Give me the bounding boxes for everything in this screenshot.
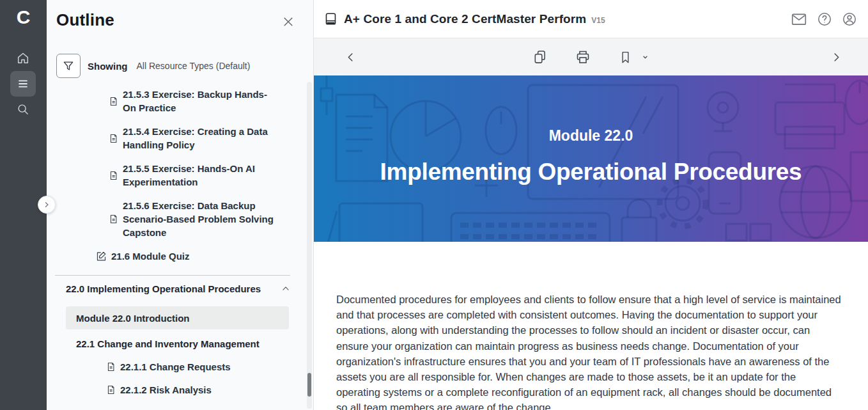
account-icon (842, 12, 857, 27)
outline-item[interactable]: 21.5.3 Exercise: Backup Hands-On Practic… (109, 88, 280, 114)
chevron-right-icon (43, 201, 50, 209)
close-outline-button[interactable] (282, 15, 296, 29)
outline-item-label: Module 22.0 Introduction (76, 313, 190, 324)
outline-item[interactable]: 22.1.1 Change Requests (106, 361, 304, 372)
outline-item[interactable]: 21.5.4 Exercise: Creating a Data Handlin… (109, 125, 280, 152)
outline-item-label: 21.5.3 Exercise: Backup Hands-On Practic… (123, 88, 275, 114)
messages-button[interactable] (791, 12, 807, 27)
collapse-panel-button[interactable] (38, 196, 56, 214)
chevron-left-icon (345, 51, 357, 63)
outline-item-label: 21.6 Module Quiz (111, 251, 190, 262)
copy-button[interactable] (532, 49, 547, 65)
chevron-right-icon (830, 51, 842, 63)
main-area: A+ Core 1 and Core 2 CertMaster Perform … (314, 0, 868, 410)
home-button[interactable] (10, 45, 36, 71)
outline-scrollbar[interactable] (307, 82, 312, 409)
help-icon (817, 12, 832, 27)
showing-label: Showing (88, 61, 128, 72)
caret-down-icon (640, 52, 650, 62)
filter-value: All Resource Types (Default) (137, 61, 251, 71)
outline-item-selected[interactable]: Module 22.0 Introduction (66, 306, 289, 329)
outline-list: 21.5.3 Exercise: Backup Hands-On Practic… (47, 83, 304, 410)
filter-button[interactable] (56, 54, 81, 78)
document-icon (106, 385, 116, 395)
help-button[interactable] (817, 12, 832, 27)
outline-item-quiz[interactable]: 21.6 Module Quiz (96, 251, 304, 262)
outline-menu-button[interactable] (10, 71, 36, 97)
outline-subsection[interactable]: 22.1 Change and Inventory Management (76, 338, 304, 349)
print-icon (575, 49, 591, 65)
outline-item-label: 21.5.5 Exercise: Hands-On AI Experimenta… (123, 162, 275, 189)
outline-item-label: 21.5.4 Exercise: Creating a Data Handlin… (123, 125, 275, 152)
document-icon (109, 171, 118, 180)
menu-icon (16, 77, 30, 91)
header-actions (791, 0, 857, 38)
outline-title: Outline (56, 10, 114, 30)
toolbar-center (532, 49, 650, 65)
course-book-icon (324, 12, 337, 26)
bookmark-menu-button[interactable] (640, 52, 650, 62)
bookmark-group (619, 50, 650, 65)
outline-item-label: 21.5.6 Exercise: Data Backup Scenario-Ba… (123, 199, 275, 239)
outline-item-label: 22.1 Change and Inventory Management (76, 338, 260, 349)
next-page-button[interactable] (830, 51, 842, 63)
funnel-icon (62, 59, 75, 72)
outline-item[interactable]: 22.1.2 Risk Analysis (106, 384, 304, 395)
document-icon (106, 362, 116, 372)
module-number: Module 22.0 (314, 127, 868, 145)
outline-panel: Outline Showing All Resource Types (Defa… (47, 0, 314, 410)
bookmark-icon (619, 50, 632, 65)
outline-scrollbar-thumb[interactable] (307, 373, 311, 397)
search-button[interactable] (10, 97, 36, 122)
course-title: A+ Core 1 and Core 2 CertMaster Perform (344, 12, 586, 26)
copy-icon (532, 49, 547, 65)
close-icon (282, 15, 296, 28)
lesson-content: Documented procedures for employees and … (314, 242, 868, 410)
outline-section-label: 22.0 Implementing Operational Procedures (66, 283, 261, 294)
document-icon (109, 134, 118, 143)
outline-item[interactable]: 21.5.5 Exercise: Hands-On AI Experimenta… (109, 162, 280, 189)
quiz-edit-icon (96, 251, 107, 262)
lesson-paragraph: Documented procedures for employees and … (336, 292, 842, 410)
outline-section-header[interactable]: 22.0 Implementing Operational Procedures (66, 282, 290, 295)
comptia-logo: C (0, 5, 47, 29)
bookmark-button[interactable] (619, 50, 632, 65)
module-banner: Module 22.0 Implementing Operational Pro… (314, 75, 868, 242)
course-version: V15 (591, 16, 605, 25)
module-title: Implementing Operational Procedures (314, 159, 868, 185)
document-icon (109, 214, 118, 224)
outline-item[interactable]: 21.5.6 Exercise: Data Backup Scenario-Ba… (109, 199, 280, 239)
outline-item-label: 22.1.1 Change Requests (120, 361, 231, 372)
course-header: A+ Core 1 and Core 2 CertMaster Perform … (314, 0, 868, 38)
account-button[interactable] (842, 12, 857, 27)
outline-divider (55, 275, 290, 276)
search-icon (16, 102, 30, 116)
mail-icon (791, 12, 807, 27)
outline-item-label: 22.1.2 Risk Analysis (120, 384, 212, 395)
previous-page-button[interactable] (345, 51, 357, 63)
print-button[interactable] (575, 49, 591, 65)
filter-row: Showing All Resource Types (Default) (56, 54, 250, 78)
chevron-up-icon (281, 284, 290, 293)
document-icon (109, 97, 118, 106)
lesson-toolbar (314, 38, 868, 75)
home-icon (16, 51, 30, 65)
